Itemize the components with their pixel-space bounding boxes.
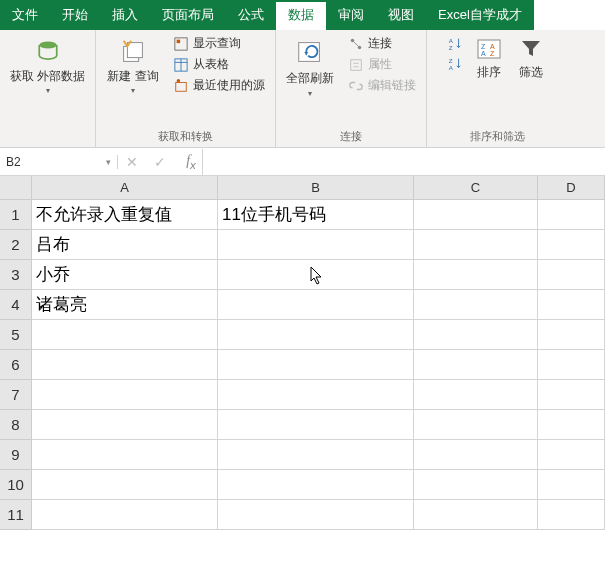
name-box[interactable]: B2 ▾ [0,155,118,169]
svg-text:Z: Z [481,43,486,50]
tab-insert[interactable]: 插入 [100,0,150,30]
select-all-corner[interactable] [0,176,32,200]
cell-C4[interactable] [414,290,538,320]
cell-C6[interactable] [414,350,538,380]
cell-B7[interactable] [218,380,414,410]
row-header-1[interactable]: 1 [0,200,31,230]
cell-D11[interactable] [538,500,605,530]
col-header-A[interactable]: A [32,176,218,199]
tab-file[interactable]: 文件 [0,0,50,30]
cell-A6[interactable] [32,350,218,380]
tab-review[interactable]: 审阅 [326,0,376,30]
cell-A8[interactable] [32,410,218,440]
cell-D4[interactable] [538,290,605,320]
row-header-10[interactable]: 10 [0,470,31,500]
get-external-data-button[interactable]: 获取 外部数据 ▾ [6,34,89,97]
cell-A1[interactable]: 不允许录入重复值 [32,200,218,230]
connections-button[interactable]: 连接 [344,34,420,53]
row-header-9[interactable]: 9 [0,440,31,470]
cell-A7[interactable] [32,380,218,410]
cell-D1[interactable] [538,200,605,230]
cell-C11[interactable] [414,500,538,530]
row-header-7[interactable]: 7 [0,380,31,410]
cell-C10[interactable] [414,470,538,500]
show-queries-button[interactable]: 显示查询 [169,34,269,53]
cell-B4[interactable] [218,290,414,320]
row-header-3[interactable]: 3 [0,260,31,290]
cell-B6[interactable] [218,350,414,380]
cell-A3[interactable]: 小乔 [32,260,218,290]
cell-C8[interactable] [414,410,538,440]
sort-button[interactable]: ZAAZ 排序 [471,34,507,83]
cell-D7[interactable] [538,380,605,410]
accept-formula-button[interactable]: ✓ [146,149,174,175]
group-get-transform: 新建 查询 ▾ 显示查询 从表格 [96,30,276,147]
tab-view[interactable]: 视图 [376,0,426,30]
filter-button[interactable]: 筛选 [513,34,549,83]
tab-page-layout[interactable]: 页面布局 [150,0,226,30]
recent-sources-button[interactable]: 最近使用的源 [169,76,269,95]
cell-C7[interactable] [414,380,538,410]
cell-B10[interactable] [218,470,414,500]
ribbon: 获取 外部数据 ▾ 新建 查询 ▾ 显示查询 [0,30,605,148]
filter-label: 筛选 [519,64,543,81]
database-icon [32,36,64,68]
tab-home[interactable]: 开始 [50,0,100,30]
cell-D3[interactable] [538,260,605,290]
tab-data[interactable]: 数据 [276,0,326,30]
cell-C2[interactable] [414,230,538,260]
cell-C5[interactable] [414,320,538,350]
insert-function-button[interactable]: fx [174,149,202,175]
row-header-5[interactable]: 5 [0,320,31,350]
cell-C3[interactable] [414,260,538,290]
recent-sources-icon [173,78,189,94]
cell-A11[interactable] [32,500,218,530]
cell-A9[interactable] [32,440,218,470]
cell-A4[interactable]: 诸葛亮 [32,290,218,320]
cell-D2[interactable] [538,230,605,260]
cell-D10[interactable] [538,470,605,500]
cell-B5[interactable] [218,320,414,350]
recent-sources-label: 最近使用的源 [193,77,265,94]
edit-links-icon [348,78,364,94]
cell-B2[interactable] [218,230,414,260]
cancel-formula-button[interactable]: ✕ [118,149,146,175]
cell-D6[interactable] [538,350,605,380]
col-header-D[interactable]: D [538,176,605,199]
col-header-C[interactable]: C [414,176,538,199]
from-table-button[interactable]: 从表格 [169,55,269,74]
sort-desc-button[interactable]: ZA [445,54,465,74]
chevron-down-icon: ▾ [106,157,111,167]
cell-A10[interactable] [32,470,218,500]
cell-D9[interactable] [538,440,605,470]
cell-C9[interactable] [414,440,538,470]
svg-point-0 [39,42,57,49]
sort-icon: ZAAZ [476,36,502,62]
cell-C1[interactable] [414,200,538,230]
row-header-8[interactable]: 8 [0,410,31,440]
cells-area[interactable]: 不允许录入重复值11位手机号码 吕布 小乔 诸葛亮 [32,200,605,530]
tab-formulas[interactable]: 公式 [226,0,276,30]
col-header-B[interactable]: B [218,176,414,199]
refresh-all-button[interactable]: 全部刷新 ▾ [282,34,338,100]
row-header-6[interactable]: 6 [0,350,31,380]
cell-B1[interactable]: 11位手机号码 [218,200,414,230]
svg-text:Z: Z [449,44,453,51]
sort-asc-button[interactable]: AZ [445,34,465,54]
edit-links-button[interactable]: 编辑链接 [344,76,420,95]
cell-A5[interactable] [32,320,218,350]
row-header-11[interactable]: 11 [0,500,31,530]
table-icon [173,57,189,73]
cell-D5[interactable] [538,320,605,350]
tab-self-learn[interactable]: Excel自学成才 [426,0,534,30]
sort-label: 排序 [477,64,501,81]
cell-B9[interactable] [218,440,414,470]
cell-B11[interactable] [218,500,414,530]
properties-button[interactable]: 属性 [344,55,420,74]
cell-B8[interactable] [218,410,414,440]
row-header-2[interactable]: 2 [0,230,31,260]
cell-D8[interactable] [538,410,605,440]
new-query-button[interactable]: 新建 查询 ▾ [103,34,162,97]
row-header-4[interactable]: 4 [0,290,31,320]
cell-A2[interactable]: 吕布 [32,230,218,260]
